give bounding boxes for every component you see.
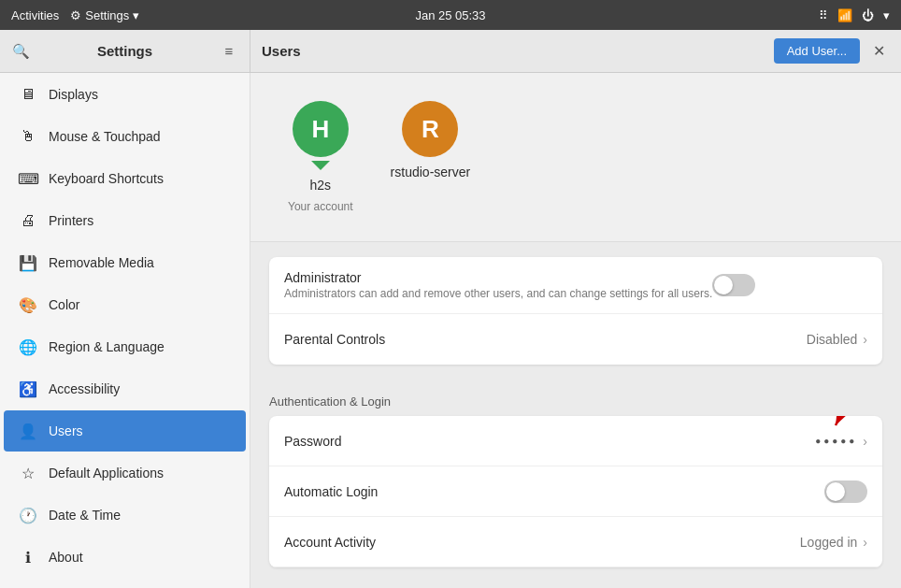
content-area: H h2s Your account R rstudio-server [250, 73, 901, 588]
clock-icon: 🕐 [19, 506, 37, 524]
parental-controls-value: Disabled › [807, 332, 867, 347]
user-card-h2s[interactable]: H h2s Your account [288, 101, 353, 213]
sidebar-item-label: Printers [49, 213, 93, 228]
titlebar-right: Users Add User... ✕ [250, 30, 901, 72]
region-icon: 🌐 [19, 337, 37, 356]
printer-icon: 🖨 [19, 211, 37, 230]
sidebar-item-keyboard-shortcuts[interactable]: ⌨ Keyboard Shortcuts [4, 158, 246, 199]
user-label-h2s: Your account [288, 200, 353, 213]
sidebar-item-mouse-touchpad[interactable]: 🖱 Mouse & Touchpad [4, 116, 246, 157]
parental-controls-label: Parental Controls [284, 332, 807, 347]
sidebar-item-label: Color [49, 297, 79, 312]
search-button[interactable]: 🔍 [7, 38, 34, 65]
user-name-h2s: h2s [310, 178, 332, 193]
avatar-rstudio: R [402, 101, 458, 157]
admin-settings-card: Administrator Administrators can add and… [269, 257, 882, 365]
sidebar-item-label: Keyboard Shortcuts [49, 171, 164, 186]
sidebar-item-printers[interactable]: 🖨 Printers [4, 200, 246, 241]
sidebar-title: Settings [41, 43, 208, 59]
auth-section: Authentication & Login Password ●●●●● › [250, 394, 901, 588]
sidebar-item-label: About [49, 550, 83, 565]
keyboard-icon: ⌨ [19, 169, 37, 188]
titlebar-actions: Add User... ✕ [774, 38, 890, 64]
parental-controls-chevron: › [863, 332, 867, 347]
sidebar-item-users[interactable]: 👤 Users [4, 410, 246, 452]
administrator-row: Administrator Administrators can add and… [269, 257, 882, 314]
sidebar-item-region-language[interactable]: 🌐 Region & Language [4, 326, 246, 367]
chevron-down-icon: ▾ [133, 8, 139, 22]
sidebar: 🖥 Displays 🖱 Mouse & Touchpad ⌨ Keyboard… [0, 73, 250, 588]
topbar-right: ⠿ 📶 ⏻ ▾ [819, 8, 890, 22]
accessibility-icon: ♿ [19, 380, 37, 398]
password-value: ●●●●● › [815, 434, 867, 449]
administrator-label: Administrator [284, 270, 712, 285]
automatic-login-row: Automatic Login [269, 466, 882, 517]
system-topbar: Activities ⚙ Settings ▾ Jan 25 05:33 ⠿ 📶… [0, 0, 901, 30]
mouse-icon: 🖱 [19, 127, 37, 146]
administrator-label-group: Administrator Administrators can add and… [284, 270, 712, 300]
sidebar-item-label: Mouse & Touchpad [49, 129, 161, 144]
users-icon: 👤 [19, 422, 37, 440]
admin-section: Administrator Administrators can add and… [250, 242, 901, 394]
user-name-rstudio: rstudio-server [391, 165, 471, 179]
avatar-h2s: H [293, 101, 349, 157]
administrator-toggle[interactable] [712, 274, 755, 296]
content-inner: H h2s Your account R rstudio-server [250, 73, 901, 588]
auth-section-title: Authentication & Login [269, 394, 882, 409]
password-label: Password [284, 434, 815, 449]
sidebar-item-displays[interactable]: 🖥 Displays [4, 74, 246, 115]
chevron-icon: ▾ [883, 8, 890, 22]
power-icon: ⏻ [862, 8, 874, 22]
sidebar-item-label: Users [49, 423, 83, 438]
titlebar-left: 🔍 Settings ≡ [0, 30, 250, 72]
password-chevron: › [863, 434, 867, 449]
account-activity-value: Logged in › [800, 535, 867, 550]
hamburger-button[interactable]: ≡ [216, 38, 242, 65]
user-caret [311, 161, 330, 170]
media-icon: 💾 [19, 253, 37, 272]
settings-window: 🔍 Settings ≡ Users Add User... ✕ 🖥 Displ… [0, 30, 901, 588]
topbar-left: Activities ⚙ Settings ▾ [11, 8, 139, 22]
account-activity-label: Account Activity [284, 535, 800, 550]
color-icon: 🎨 [19, 295, 37, 314]
parental-controls-row[interactable]: Parental Controls Disabled › [269, 314, 882, 365]
auth-settings-card: Password ●●●●● › Automatic Login [269, 416, 882, 567]
main-layout: 🖥 Displays 🖱 Mouse & Touchpad ⌨ Keyboard… [0, 73, 901, 588]
volume-icon: 📶 [837, 8, 852, 22]
sidebar-item-label: Removable Media [49, 255, 154, 270]
automatic-login-toggle[interactable] [824, 480, 867, 503]
sidebar-item-date-time[interactable]: 🕐 Date & Time [4, 495, 246, 536]
grid-icon: ⠿ [819, 8, 828, 22]
password-row[interactable]: Password ●●●●● › [269, 416, 882, 466]
sidebar-item-label: Region & Language [49, 339, 164, 354]
close-button[interactable]: ✕ [867, 40, 890, 63]
settings-menu-button[interactable]: ⚙ Settings ▾ [70, 8, 139, 22]
account-activity-chevron: › [863, 535, 867, 550]
default-apps-icon: ☆ [19, 464, 37, 482]
page-title: Users [262, 43, 301, 59]
sidebar-item-label: Accessibility [49, 381, 120, 396]
automatic-login-label: Automatic Login [284, 484, 824, 499]
topbar-datetime: Jan 25 05:33 [415, 8, 485, 22]
sidebar-item-label: Displays [49, 87, 98, 102]
sidebar-item-accessibility[interactable]: ♿ Accessibility [4, 368, 246, 409]
password-dots: ●●●●● [815, 436, 857, 446]
sidebar-item-label: Default Applications [49, 466, 164, 480]
user-card-rstudio[interactable]: R rstudio-server [391, 101, 471, 213]
sidebar-item-removable-media[interactable]: 💾 Removable Media [4, 242, 246, 283]
sidebar-item-default-applications[interactable]: ☆ Default Applications [4, 452, 246, 494]
account-activity-row[interactable]: Account Activity Logged in › [269, 517, 882, 567]
info-icon: ℹ [19, 548, 37, 566]
sidebar-item-label: Date & Time [49, 508, 121, 523]
add-user-button[interactable]: Add User... [774, 38, 860, 64]
titlebar: 🔍 Settings ≡ Users Add User... ✕ [0, 30, 901, 73]
sidebar-item-color[interactable]: 🎨 Color [4, 284, 246, 325]
user-cards-section: H h2s Your account R rstudio-server [250, 73, 901, 242]
gear-icon: ⚙ [70, 8, 81, 22]
sidebar-item-about[interactable]: ℹ About [4, 537, 246, 578]
displays-icon: 🖥 [19, 85, 37, 104]
activities-button[interactable]: Activities [11, 8, 59, 22]
administrator-description: Administrators can add and remove other … [284, 287, 712, 300]
